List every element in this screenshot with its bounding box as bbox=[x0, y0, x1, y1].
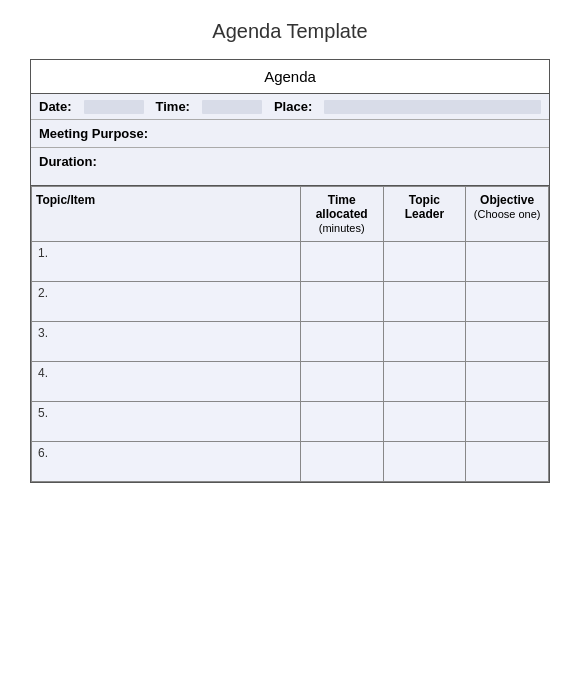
row-number: 1. bbox=[38, 246, 48, 260]
purpose-row: Meeting Purpose: bbox=[31, 120, 549, 148]
leader-cell[interactable] bbox=[383, 322, 466, 362]
objective-cell[interactable] bbox=[466, 402, 549, 442]
objective-cell[interactable] bbox=[466, 442, 549, 482]
row-number: 5. bbox=[38, 406, 48, 420]
leader-cell[interactable] bbox=[383, 442, 466, 482]
col-header-objective: Objective (Choose one) bbox=[466, 187, 549, 242]
row-number: 4. bbox=[38, 366, 48, 380]
col-header-leader: Topic Leader bbox=[383, 187, 466, 242]
date-time-place-row: Date: Time: Place: bbox=[31, 94, 549, 120]
objective-cell[interactable] bbox=[466, 242, 549, 282]
topic-cell[interactable]: 4. bbox=[32, 362, 301, 402]
time-cell[interactable] bbox=[300, 362, 383, 402]
topic-cell[interactable]: 1. bbox=[32, 242, 301, 282]
objective-cell[interactable] bbox=[466, 362, 549, 402]
objective-cell[interactable] bbox=[466, 282, 549, 322]
topic-cell[interactable]: 6. bbox=[32, 442, 301, 482]
page-title: Agenda Template bbox=[212, 20, 367, 43]
row-number: 2. bbox=[38, 286, 48, 300]
table-row: 3. bbox=[32, 322, 549, 362]
row-number: 6. bbox=[38, 446, 48, 460]
table-row: 5. bbox=[32, 402, 549, 442]
topic-cell[interactable]: 2. bbox=[32, 282, 301, 322]
table-row: 1. bbox=[32, 242, 549, 282]
col-header-time: Time allocated (minutes) bbox=[300, 187, 383, 242]
topic-cell[interactable]: 3. bbox=[32, 322, 301, 362]
purpose-label: Meeting Purpose: bbox=[39, 126, 148, 141]
time-cell[interactable] bbox=[300, 242, 383, 282]
agenda-items-table: Topic/Item Time allocated (minutes) Topi… bbox=[31, 186, 549, 482]
time-cell[interactable] bbox=[300, 442, 383, 482]
leader-cell[interactable] bbox=[383, 402, 466, 442]
time-cell[interactable] bbox=[300, 402, 383, 442]
duration-row: Duration: bbox=[31, 148, 549, 186]
table-row: 6. bbox=[32, 442, 549, 482]
table-row: 4. bbox=[32, 362, 549, 402]
objective-cell[interactable] bbox=[466, 322, 549, 362]
time-cell[interactable] bbox=[300, 282, 383, 322]
agenda-template: Agenda Date: Time: Place: Meeting Purpos… bbox=[30, 59, 550, 483]
leader-cell[interactable] bbox=[383, 362, 466, 402]
leader-cell[interactable] bbox=[383, 282, 466, 322]
place-label: Place: bbox=[274, 99, 312, 114]
time-label: Time: bbox=[156, 99, 190, 114]
duration-label: Duration: bbox=[39, 154, 97, 169]
time-cell[interactable] bbox=[300, 322, 383, 362]
place-field[interactable] bbox=[324, 100, 541, 114]
col-header-topic: Topic/Item bbox=[32, 187, 301, 242]
agenda-header: Agenda bbox=[31, 60, 549, 94]
leader-cell[interactable] bbox=[383, 242, 466, 282]
time-field[interactable] bbox=[202, 100, 262, 114]
date-field[interactable] bbox=[84, 100, 144, 114]
table-row: 2. bbox=[32, 282, 549, 322]
row-number: 3. bbox=[38, 326, 48, 340]
topic-cell[interactable]: 5. bbox=[32, 402, 301, 442]
date-label: Date: bbox=[39, 99, 72, 114]
